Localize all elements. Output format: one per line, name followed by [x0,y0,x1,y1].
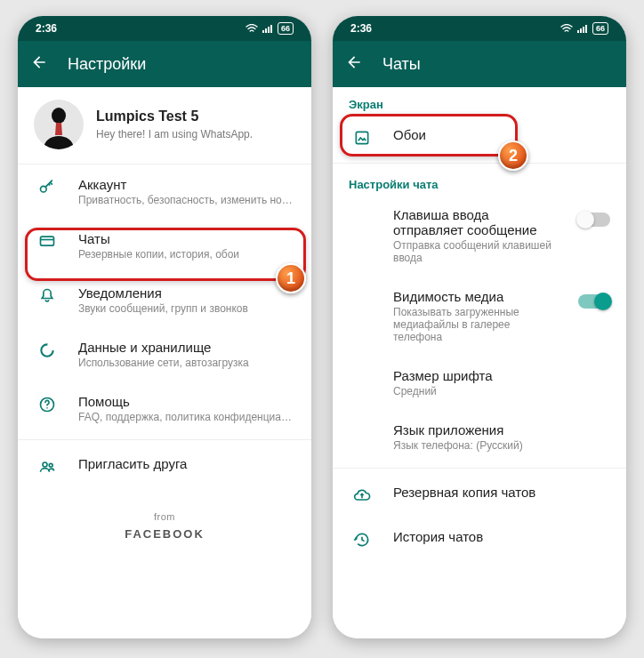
profile-row[interactable]: Lumpics Test 5 Hey there! I am using Wha… [18,87,311,164]
chat-item-wallpaper[interactable]: Обои [333,115,626,159]
item-title: История чатов [393,529,610,544]
svg-point-5 [41,186,47,192]
settings-item-account[interactable]: Аккаунт Приватность, безопасность, измен… [18,164,311,219]
wifi-icon [560,24,573,33]
chat-icon [37,233,57,251]
item-title: Чаты [78,231,295,246]
status-time: 2:36 [350,22,372,35]
settings-item-help[interactable]: Помощь FAQ, поддержка, политика конфиден… [18,381,311,436]
item-subtitle: Показывать загруженные медиафайлы в гале… [393,306,557,343]
item-subtitle: Язык телефона: (Русский) [393,439,610,452]
item-title: Данные и хранилище [78,340,295,355]
svg-point-4 [52,108,66,124]
item-subtitle: Приватность, безопасность, изменить номе… [78,194,295,206]
settings-item-storage[interactable]: Данные и хранилище Использование сети, а… [18,327,311,381]
chat-item-app-language[interactable]: Язык приложения Язык телефона: (Русский) [333,410,626,464]
item-title: Помощь [78,394,295,409]
svg-point-7 [41,344,52,356]
cloud-upload-icon [352,486,372,504]
status-time: 2:36 [36,22,57,35]
callout-badge-1: 1 [276,263,306,293]
item-subtitle: Резервные копии, история, обои [78,248,295,261]
appbar-title: Чаты [382,55,421,74]
chats-settings-content: Экран Обои Настройки чата Клавиша ввода … [333,87,626,638]
svg-rect-3 [270,25,272,33]
appbar-title: Настройки [68,55,146,74]
settings-item-notifications[interactable]: Уведомления Звуки сообщений, групп и зво… [18,273,311,327]
phone-right-chats: 2:36 66 Чаты Экран Обои Настройки чата [333,16,626,638]
svg-rect-11 [577,30,579,33]
history-icon [352,531,372,549]
app-bar: Настройки [18,41,311,87]
phone-left-settings: 2:36 66 Настройки Lumpics Test 5 Hey the… [18,16,311,638]
item-title: Размер шрифта [393,368,610,383]
item-title: Видимость медиа [393,289,557,304]
chat-item-font-size[interactable]: Размер шрифта Средний [333,356,626,410]
item-subtitle: Использование сети, автозагрузка [78,357,295,369]
avatar [34,100,84,149]
footer-facebook: FACEBOOK [18,527,311,541]
section-chat-settings: Настройки чата [333,167,626,195]
battery-icon: 66 [278,22,294,35]
wallpaper-icon [352,129,372,147]
svg-point-9 [43,462,47,467]
callout-badge-2: 2 [498,140,528,171]
status-bar: 2:36 66 [333,16,626,41]
battery-icon: 66 [592,22,608,35]
svg-rect-6 [41,237,54,245]
svg-rect-13 [583,27,584,33]
back-icon[interactable] [30,53,48,76]
signal-icon [262,24,274,33]
item-title: Пригласить друга [78,456,295,471]
svg-rect-0 [262,30,264,33]
profile-name: Lumpics Test 5 [96,108,253,124]
help-icon [37,396,57,413]
toggle-enter-send[interactable] [578,213,610,227]
back-icon[interactable] [345,53,363,76]
status-bar: 2:36 66 [18,16,311,41]
settings-item-chats[interactable]: Чаты Резервные копии, история, обои [18,219,311,273]
status-right: 66 [246,22,294,35]
profile-status: Hey there! I am using WhatsApp. [96,128,253,140]
data-usage-icon [37,341,57,359]
item-title: Аккаунт [78,177,295,192]
item-title: Резервная копия чатов [393,485,610,500]
status-right: 66 [560,22,608,35]
svg-rect-12 [580,28,582,33]
svg-rect-1 [265,28,267,33]
item-subtitle: Отправка сообщений клавишей ввода [393,239,557,264]
bell-icon [37,287,57,305]
section-screen: Экран [333,87,626,115]
signal-icon [576,24,589,33]
svg-point-10 [49,463,52,467]
settings-item-invite[interactable]: Пригласить друга [18,444,311,488]
people-icon [37,458,57,476]
chat-item-media-visibility[interactable]: Видимость медиа Показывать загруженные м… [333,277,626,356]
item-title: Язык приложения [393,422,610,437]
footer-from: from [18,511,311,522]
svg-rect-15 [356,132,367,143]
svg-rect-2 [268,27,270,33]
settings-content: Lumpics Test 5 Hey there! I am using Wha… [18,87,311,638]
item-subtitle: Средний [393,385,610,397]
svg-rect-14 [585,25,587,33]
key-icon [37,179,57,197]
item-subtitle: FAQ, поддержка, политика конфиденциальн.… [78,411,295,423]
chat-item-backup[interactable]: Резервная копия чатов [333,472,626,517]
item-title: Уведомления [78,285,295,301]
wifi-icon [246,24,258,33]
item-title: Обои [393,127,610,142]
item-subtitle: Звуки сообщений, групп и звонков [78,302,295,315]
chat-item-history[interactable]: История чатов [333,517,626,561]
chat-item-enter-send[interactable]: Клавиша ввода отправляет сообщение Отпра… [333,195,626,277]
item-title: Клавиша ввода отправляет сообщение [393,207,557,237]
toggle-media-visibility[interactable] [578,294,610,309]
app-bar: Чаты [333,41,626,87]
